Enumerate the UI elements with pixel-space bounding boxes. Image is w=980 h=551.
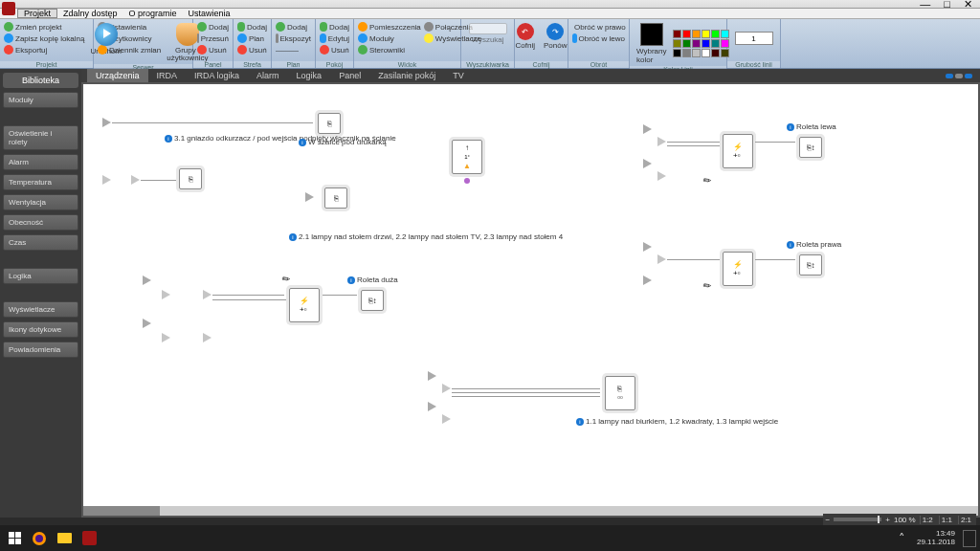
- zoom-out-icon[interactable]: −: [826, 516, 831, 524]
- sidebar-wyswietlacze[interactable]: Wyświetlacze: [3, 301, 78, 318]
- taskbar-app[interactable]: [78, 529, 100, 548]
- maximize-button[interactable]: □: [944, 0, 950, 10]
- menu-oprogramie[interactable]: O programie: [123, 9, 183, 18]
- strefa-plan[interactable]: Plan: [237, 33, 267, 44]
- palette-swatch[interactable]: [673, 30, 681, 38]
- palette-swatch[interactable]: [702, 39, 710, 48]
- input-node[interactable]: [657, 254, 666, 264]
- plan-line[interactable]: ———: [276, 44, 311, 55]
- btn-eksportuj[interactable]: Eksportuj: [4, 44, 84, 55]
- strefa-usun[interactable]: Usuń: [237, 44, 267, 55]
- sidebar-logika[interactable]: Logika: [3, 268, 78, 284]
- sidebar-alarm[interactable]: Alarm: [3, 154, 78, 170]
- module-block[interactable]: ⎘: [179, 168, 202, 189]
- input-node[interactable]: [428, 371, 436, 381]
- warning-module[interactable]: ↑1°▲: [452, 140, 482, 174]
- palette-swatch[interactable]: [711, 39, 720, 48]
- input-node[interactable]: [143, 319, 151, 328]
- module-block[interactable]: ⎘: [324, 187, 347, 209]
- module-block[interactable]: ⎘: [318, 113, 341, 134]
- module-block[interactable]: ⎘▫▫: [605, 376, 635, 410]
- palette-swatch[interactable]: [682, 30, 691, 38]
- input-node[interactable]: [162, 290, 170, 299]
- palette-swatch[interactable]: [702, 30, 710, 38]
- zoom-in-icon[interactable]: +: [885, 516, 890, 524]
- module-block[interactable]: ⎘↕: [799, 254, 822, 276]
- module-block[interactable]: ⎘↕: [799, 137, 822, 158]
- input-node[interactable]: [643, 276, 652, 285]
- palette-swatch[interactable]: [711, 49, 720, 57]
- palette-swatch[interactable]: [692, 39, 701, 48]
- taskbar-explorer[interactable]: [54, 529, 75, 548]
- tab-irda-logika[interactable]: IRDA logika: [186, 69, 248, 82]
- pokoj-dodaj[interactable]: Dodaj: [320, 21, 349, 33]
- sidebar-moduly[interactable]: Moduły: [3, 92, 78, 108]
- tab-alarm[interactable]: Alarm: [248, 69, 288, 82]
- sidebar-temperatura[interactable]: Temperatura: [3, 174, 78, 190]
- input-node[interactable]: [657, 137, 666, 146]
- tab-logika[interactable]: Logika: [288, 69, 331, 82]
- sidebar-powiadomienia[interactable]: Powiadomienia: [3, 342, 78, 358]
- panel-usun[interactable]: Usuń: [197, 44, 229, 55]
- btn-zapisz-kopie[interactable]: Zapisz kopię lokalną: [4, 33, 84, 44]
- sidebar-ikony[interactable]: Ikony dotykowe: [3, 321, 78, 338]
- start-button[interactable]: [4, 529, 25, 548]
- plan-dodaj[interactable]: Dodaj: [276, 21, 311, 33]
- strefa-dodaj[interactable]: Dodaj: [237, 21, 267, 33]
- line-width-input[interactable]: [735, 32, 773, 45]
- module-block[interactable]: ⚡+▫: [723, 252, 753, 286]
- input-node[interactable]: [203, 333, 212, 342]
- palette-swatch[interactable]: [682, 39, 691, 48]
- input-node[interactable]: [102, 118, 111, 127]
- zoom-slider[interactable]: [834, 518, 881, 521]
- input-node[interactable]: [305, 192, 314, 202]
- minimize-button[interactable]: —: [920, 0, 930, 10]
- widok-pomieszczenia[interactable]: Pomieszczenia: [358, 21, 421, 33]
- module-block[interactable]: ⚡+▫: [289, 288, 320, 322]
- menu-zdalny[interactable]: Zdalny dostęp: [57, 9, 123, 18]
- menu-projekt[interactable]: Projekt: [17, 9, 57, 18]
- btn-obroc-prawo[interactable]: Obróć w prawo: [572, 21, 625, 33]
- tray-notifications-icon[interactable]: [963, 530, 976, 547]
- input-node[interactable]: [643, 124, 652, 134]
- selected-color[interactable]: Wybrany kolor: [634, 21, 670, 66]
- zoom-1-2[interactable]: 1:2: [920, 516, 935, 524]
- panel-przesun[interactable]: Przesuń: [197, 33, 229, 44]
- diagram-canvas[interactable]: ⎘ i3.1 gniazdo odkurzacz / pod wejścia p…: [83, 84, 978, 516]
- taskbar-clock[interactable]: 13:4929.11.2018: [917, 530, 959, 547]
- zoom-2-1[interactable]: 2:1: [958, 516, 973, 524]
- tab-irda[interactable]: IRDA: [148, 69, 187, 82]
- sidebar-czas[interactable]: Czas: [3, 234, 78, 251]
- input-node[interactable]: [442, 384, 451, 393]
- sidebar-wentylacja[interactable]: Wentylacja: [3, 194, 78, 210]
- taskbar-firefox[interactable]: [29, 529, 50, 548]
- tab-urzadzenia[interactable]: Urządzenia: [87, 69, 148, 82]
- pokoj-edytuj[interactable]: Edytuj: [320, 33, 349, 44]
- input-node[interactable]: [162, 333, 170, 342]
- module-block[interactable]: ⚡+▫: [723, 134, 753, 168]
- palette-swatch[interactable]: [692, 30, 701, 38]
- input-node[interactable]: [643, 159, 652, 168]
- menu-ustawienia[interactable]: Ustawienia: [183, 9, 236, 18]
- btn-cofnij[interactable]: ↶Cofnij: [513, 21, 538, 52]
- sidebar-oswietlenie[interactable]: Oświetlenie i rolety: [3, 125, 78, 150]
- btn-obroc-lewo[interactable]: Obróć w lewo: [572, 33, 625, 44]
- zoom-1-1[interactable]: 1:1: [939, 516, 954, 524]
- palette-swatch[interactable]: [692, 49, 701, 57]
- palette-swatch[interactable]: [702, 49, 710, 57]
- input-node[interactable]: [442, 414, 451, 424]
- btn-zmien-projekt[interactable]: Zmień projekt: [4, 21, 84, 33]
- color-palette[interactable]: [673, 30, 729, 57]
- palette-swatch[interactable]: [673, 49, 681, 57]
- widok-sterowniki[interactable]: Sterowniki: [358, 44, 421, 55]
- widok-moduly[interactable]: Moduły: [358, 33, 421, 44]
- input-node[interactable]: [643, 242, 652, 252]
- pokoj-usun[interactable]: Usuń: [320, 44, 349, 55]
- close-button[interactable]: ✕: [964, 0, 972, 10]
- input-node[interactable]: [428, 402, 436, 411]
- palette-swatch[interactable]: [682, 49, 691, 57]
- input-node[interactable]: [143, 276, 151, 285]
- input-node[interactable]: [203, 290, 212, 299]
- input-node[interactable]: [657, 171, 666, 181]
- module-block[interactable]: ⎘↕: [361, 290, 384, 311]
